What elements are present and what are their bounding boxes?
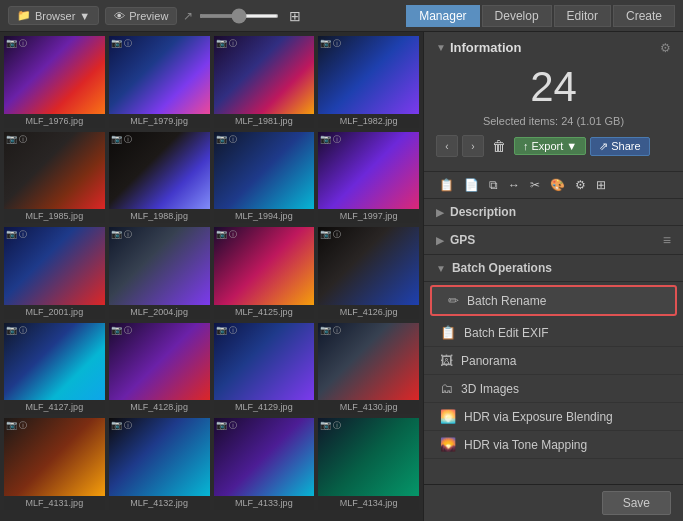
duplicate-button[interactable]: ⧉ (486, 176, 501, 194)
export-button[interactable]: ↑ Export ▼ (514, 137, 586, 155)
hdr-tone-label: HDR via Tone Mapping (464, 438, 587, 452)
tab-develop[interactable]: Develop (482, 5, 552, 27)
list-item[interactable]: 📷ⓘ MLF_1988.jpg (109, 132, 210, 224)
move-button[interactable]: ↔ (505, 176, 523, 194)
hdr-tone-item[interactable]: 🌄 HDR via Tone Mapping (424, 431, 683, 459)
panorama-item[interactable]: 🖼 Panorama (424, 347, 683, 375)
3d-images-item[interactable]: 🗂 3D Images (424, 375, 683, 403)
description-label: Description (450, 205, 516, 219)
info-icon: ⓘ (124, 38, 132, 49)
top-toolbar: 📁 Browser ▼ 👁 Preview ↗ ⊞ Manager Develo… (0, 0, 683, 32)
hdr-exposure-item[interactable]: 🌅 HDR via Exposure Blending (424, 403, 683, 431)
chevron-down-icon: ▼ (79, 10, 90, 22)
list-item[interactable]: 📷ⓘ MLF_4133.jpg (214, 418, 315, 510)
delete-button[interactable]: 🗑 (488, 136, 510, 156)
export-arrow-icon: ▼ (566, 140, 577, 152)
settings-gear-button[interactable]: ⚙ (660, 41, 671, 55)
list-item[interactable]: 📷ⓘ MLF_4129.jpg (214, 323, 315, 415)
list-item[interactable]: 📷ⓘ MLF_2004.jpg (109, 227, 210, 319)
batch-edit-exif-item[interactable]: 📋 Batch Edit EXIF (424, 319, 683, 347)
expand-button[interactable]: ⊞ (593, 176, 609, 194)
gps-collapse-icon: ▶ (436, 235, 444, 246)
photo-thumbnail: 📷ⓘ (214, 132, 315, 210)
list-item[interactable]: 📷ⓘ MLF_1981.jpg (214, 36, 315, 128)
photo-filename: MLF_4132.jpg (109, 496, 210, 510)
photo-thumbnail: 📷ⓘ (4, 36, 105, 114)
photo-thumbnail: 📷ⓘ (4, 418, 105, 496)
info-title-group: ▼ Information (436, 40, 521, 55)
photo-grid-area[interactable]: 📷ⓘ MLF_1976.jpg 📷ⓘ MLF_1979.jpg 📷ⓘ MLF_1… (0, 32, 423, 521)
zoom-slider[interactable] (199, 14, 279, 18)
list-item[interactable]: 📷ⓘ MLF_4127.jpg (4, 323, 105, 415)
color-button[interactable]: 🎨 (547, 176, 568, 194)
main-content: 📷ⓘ MLF_1976.jpg 📷ⓘ MLF_1979.jpg 📷ⓘ MLF_1… (0, 32, 683, 521)
action-buttons-row: ‹ › 🗑 ↑ Export ▼ ⇗ Share (436, 135, 671, 157)
list-item[interactable]: 📷ⓘ MLF_4128.jpg (109, 323, 210, 415)
info-icon: ⓘ (19, 134, 27, 145)
batch-operations-list: ✏ Batch Rename 📋 Batch Edit EXIF 🖼 Panor… (424, 282, 683, 484)
prev-button[interactable]: ‹ (436, 135, 458, 157)
list-item[interactable]: 📷ⓘ MLF_1976.jpg (4, 36, 105, 128)
information-section: ▼ Information ⚙ 24 Selected items: 24 (1… (424, 32, 683, 172)
photo-thumbnail: 📷ⓘ (109, 36, 210, 114)
info-icon: ⓘ (229, 134, 237, 145)
batch-rename-button[interactable]: ✏ Batch Rename (432, 287, 675, 314)
photo-filename: MLF_4130.jpg (318, 400, 419, 414)
list-item[interactable]: 📷ⓘ MLF_1979.jpg (109, 36, 210, 128)
hdr-tone-icon: 🌄 (440, 437, 456, 452)
save-button[interactable]: Save (602, 491, 671, 515)
next-button[interactable]: › (462, 135, 484, 157)
preview-button[interactable]: 👁 Preview (105, 7, 177, 25)
info-icon: ⓘ (333, 229, 341, 240)
photo-filename: MLF_4126.jpg (318, 305, 419, 319)
info-icon: ⓘ (333, 38, 341, 49)
paste-button[interactable]: 📄 (461, 176, 482, 194)
info-icon: ⓘ (333, 325, 341, 336)
photo-thumbnail: 📷ⓘ (318, 227, 419, 305)
description-collapse-icon: ▶ (436, 207, 444, 218)
photo-filename: MLF_2004.jpg (109, 305, 210, 319)
grid-view-button[interactable]: ⊞ (285, 6, 305, 26)
info-icon: ⓘ (229, 38, 237, 49)
external-link-icon: ↗ (183, 9, 193, 23)
photo-filename: MLF_1997.jpg (318, 209, 419, 223)
photo-filename: MLF_4128.jpg (109, 400, 210, 414)
photo-thumbnail: 📷ⓘ (109, 227, 210, 305)
batch-rename-item[interactable]: ✏ Batch Rename (430, 285, 677, 316)
gps-header[interactable]: ▶ GPS ≡ (424, 226, 683, 254)
batch-ops-header[interactable]: ▼ Batch Operations (424, 255, 683, 281)
list-item[interactable]: 📷ⓘ MLF_4131.jpg (4, 418, 105, 510)
3d-images-icon: 🗂 (440, 381, 453, 396)
photo-filename: MLF_4129.jpg (214, 400, 315, 414)
list-item[interactable]: 📷ⓘ MLF_4130.jpg (318, 323, 419, 415)
photo-filename: MLF_1994.jpg (214, 209, 315, 223)
photo-thumbnail: 📷ⓘ (109, 323, 210, 401)
tab-create[interactable]: Create (613, 5, 675, 27)
browser-button[interactable]: 📁 Browser ▼ (8, 6, 99, 25)
list-item[interactable]: 📷ⓘ MLF_4126.jpg (318, 227, 419, 319)
description-header[interactable]: ▶ Description (424, 199, 683, 225)
info-header: ▼ Information ⚙ (436, 40, 671, 55)
share-icon: ⇗ (599, 140, 608, 153)
list-item[interactable]: 📷ⓘ MLF_4132.jpg (109, 418, 210, 510)
list-item[interactable]: 📷ⓘ MLF_4134.jpg (318, 418, 419, 510)
list-item[interactable]: 📷ⓘ MLF_1985.jpg (4, 132, 105, 224)
panorama-label: Panorama (461, 354, 516, 368)
list-item[interactable]: 📷ⓘ MLF_4125.jpg (214, 227, 315, 319)
secondary-toolbar: 📋 📄 ⧉ ↔ ✂ 🎨 ⚙ ⊞ (424, 172, 683, 199)
copy-button[interactable]: 📋 (436, 176, 457, 194)
info-icon: ⓘ (124, 420, 132, 431)
crop-button[interactable]: ✂ (527, 176, 543, 194)
list-item[interactable]: 📷ⓘ MLF_2001.jpg (4, 227, 105, 319)
adjust-button[interactable]: ⚙ (572, 176, 589, 194)
list-item[interactable]: 📷ⓘ MLF_1997.jpg (318, 132, 419, 224)
tab-manager[interactable]: Manager (406, 5, 479, 27)
list-item[interactable]: 📷ⓘ MLF_1994.jpg (214, 132, 315, 224)
list-item[interactable]: 📷ⓘ MLF_1982.jpg (318, 36, 419, 128)
share-button[interactable]: ⇗ Share (590, 137, 649, 156)
info-panel-title: Information (450, 40, 522, 55)
photo-filename: MLF_4125.jpg (214, 305, 315, 319)
toolbar-tabs: Manager Develop Editor Create (406, 5, 675, 27)
tab-editor[interactable]: Editor (554, 5, 611, 27)
info-icon: ⓘ (229, 325, 237, 336)
